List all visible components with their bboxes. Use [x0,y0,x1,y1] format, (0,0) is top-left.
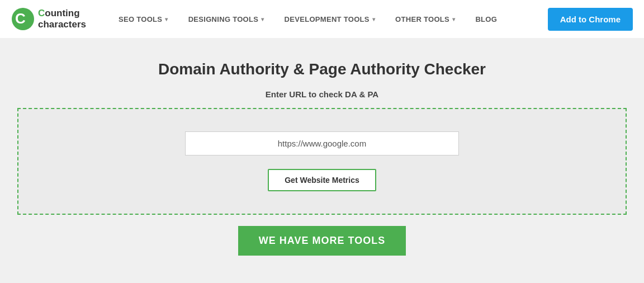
logo-line1: Counting [38,8,86,19]
nav-label-seo: SEO TOOLS [119,15,162,23]
tool-box: Get Website Metrics [17,108,627,215]
navbar: C Counting characters SEO TOOLS ▾ DESIGN… [0,0,644,38]
more-tools-banner[interactable]: WE HAVE MORE TOOLS [238,226,406,256]
add-to-chrome-button[interactable]: Add to Chrome [548,8,633,31]
nav-label-other: OTHER TOOLS [395,15,449,23]
chevron-down-icon-development: ▾ [372,16,375,22]
nav-item-blog[interactable]: BLOG [465,0,507,38]
nav-item-development-tools[interactable]: DEVELOPMENT TOOLS ▾ [274,0,386,38]
logo-c-letter: C [38,8,45,18]
page-title: Domain Authority & Page Authority Checke… [158,60,486,78]
chevron-down-icon-other: ▾ [452,16,455,22]
nav-label-development: DEVELOPMENT TOOLS [285,15,370,23]
nav-links: SEO TOOLS ▾ DESIGNING TOOLS ▾ DEVELOPMEN… [108,0,548,38]
svg-text:C: C [15,10,26,27]
nav-label-designing: DESIGNING TOOLS [188,15,259,23]
nav-item-seo-tools[interactable]: SEO TOOLS ▾ [108,0,178,38]
main-content: Domain Authority & Page Authority Checke… [0,38,644,267]
logo-icon: C [11,7,35,31]
chevron-down-icon-designing: ▾ [261,16,264,22]
nav-label-blog: BLOG [475,15,497,23]
logo[interactable]: C Counting characters [11,7,86,31]
chevron-down-icon-seo: ▾ [165,16,168,22]
nav-item-designing-tools[interactable]: DESIGNING TOOLS ▾ [178,0,274,38]
url-subtitle: Enter URL to check DA & PA [266,89,378,99]
nav-item-other-tools[interactable]: OTHER TOOLS ▾ [385,0,465,38]
logo-line2: characters [38,19,86,30]
url-input[interactable] [185,131,459,155]
get-metrics-button[interactable]: Get Website Metrics [268,169,376,191]
